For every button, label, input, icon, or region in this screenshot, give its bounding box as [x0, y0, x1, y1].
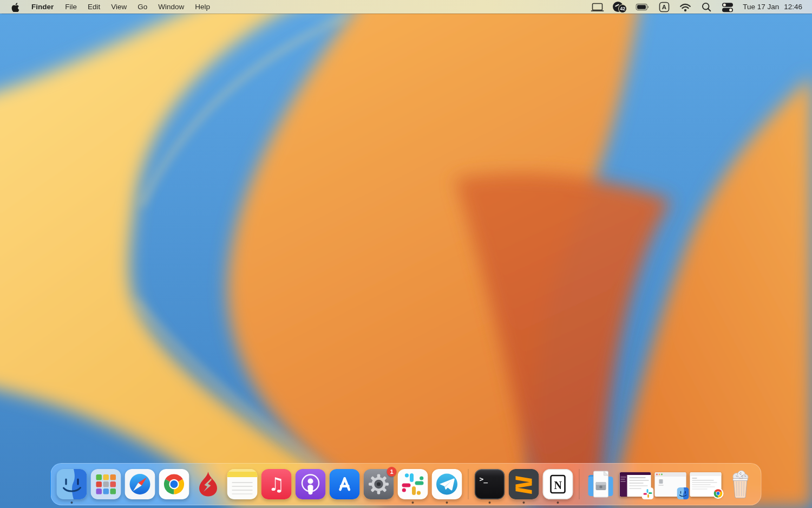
dock-item-trash[interactable]: [725, 469, 756, 499]
notes-icon: [227, 469, 258, 499]
appstore-icon: [330, 469, 360, 499]
dock-item-appstore[interactable]: [330, 469, 360, 499]
dock-item-launchpad[interactable]: [91, 469, 121, 499]
dock-item-safari[interactable]: [125, 469, 155, 499]
dock-item-slack[interactable]: [398, 469, 428, 499]
menu-item-label: Help: [195, 3, 210, 11]
menu-item-label: Window: [158, 3, 184, 11]
input-source-letter: A: [662, 4, 666, 10]
svg-text:N: N: [554, 479, 562, 491]
control-center-icon: [721, 1, 734, 13]
date-label: Tue 17 Jan: [743, 3, 779, 11]
battery-icon: [636, 1, 650, 13]
apple-menu[interactable]: [0, 0, 25, 14]
podcasts-icon: [296, 469, 326, 499]
input-source-status[interactable]: A: [654, 0, 675, 14]
menu-item-finder[interactable]: Finder: [25, 0, 60, 14]
dock-item-notion[interactable]: N: [543, 469, 573, 499]
dock-item-disk-image[interactable]: [586, 469, 616, 499]
slack-icon: [398, 469, 428, 499]
launchpad-icon: [91, 469, 121, 499]
chrome-mini-badge-icon: [712, 487, 724, 499]
dock-item-music[interactable]: ♫: [261, 469, 292, 499]
menu-bar: Finder File Edit View Go Window Help 42: [0, 0, 812, 14]
menu-item-label: Go: [137, 3, 147, 11]
finder-icon: [57, 469, 87, 499]
lightspeed-icon: [193, 469, 224, 499]
gauge-icon: 42: [613, 1, 627, 13]
dock-item-finder[interactable]: [57, 469, 87, 499]
time-label: 12:46: [784, 3, 802, 11]
notion-icon: N: [543, 469, 573, 499]
menu-item-go[interactable]: Go: [132, 0, 153, 14]
menu-item-label: View: [111, 3, 127, 11]
running-indicator: [71, 502, 73, 504]
menu-item-window[interactable]: Window: [153, 0, 189, 14]
running-indicator: [557, 502, 559, 504]
notification-badge: 1: [387, 467, 397, 477]
chrome-icon: [159, 469, 189, 499]
input-source-icon: A: [658, 1, 670, 13]
dock-item-system-settings[interactable]: 1: [364, 469, 394, 499]
music-icon: ♫: [261, 469, 292, 499]
dock: ♫: [51, 463, 762, 505]
finder-mini-badge-icon: [677, 487, 689, 499]
dock-item-podcasts[interactable]: [296, 469, 326, 499]
menu-item-file[interactable]: File: [60, 0, 82, 14]
slack-mini-badge-icon: [642, 487, 654, 499]
sublime-icon: [509, 469, 539, 499]
running-indicator: [412, 502, 414, 504]
dock-item-slack-window[interactable]: [620, 472, 651, 497]
menu-bar-status: 42 A: [586, 0, 812, 14]
search-icon: [700, 1, 712, 13]
gauge-menu-extra[interactable]: 42: [608, 0, 631, 14]
dock-divider: [579, 469, 580, 499]
control-center[interactable]: [717, 0, 738, 14]
dock-item-telegram[interactable]: [432, 469, 462, 499]
dock-item-lightspeed[interactable]: [193, 469, 224, 499]
disk-image-icon: [586, 469, 616, 499]
apple-logo-icon: [11, 2, 19, 12]
dock-item-chrome[interactable]: [159, 469, 189, 499]
terminal-icon: >_: [475, 469, 505, 499]
dock-item-chrome-window[interactable]: [690, 472, 722, 497]
wifi-status[interactable]: [675, 0, 696, 14]
svg-text:♫: ♫: [268, 473, 284, 495]
gauge-badge: 42: [618, 4, 627, 13]
running-indicator: [446, 502, 448, 504]
spotlight[interactable]: [696, 0, 717, 14]
desktop: Finder File Edit View Go Window Help 42: [0, 0, 812, 508]
running-indicator: [489, 502, 491, 504]
menu-bar-clock[interactable]: Tue 17 Jan 12:46: [738, 3, 804, 11]
menu-item-view[interactable]: View: [106, 0, 132, 14]
display-status[interactable]: [586, 0, 608, 14]
dock-item-finder-window[interactable]: [655, 472, 686, 497]
battery-status[interactable]: [631, 0, 654, 14]
dock-item-sublime[interactable]: [509, 469, 539, 499]
safari-icon: [125, 469, 155, 499]
menu-item-edit[interactable]: Edit: [82, 0, 106, 14]
menu-item-help[interactable]: Help: [189, 0, 215, 14]
running-indicator: [523, 502, 525, 504]
telegram-icon: [432, 469, 462, 499]
wifi-icon: [679, 1, 692, 13]
desktop-wallpaper: [0, 0, 812, 508]
menu-item-label: File: [65, 3, 77, 11]
menu-item-label: Edit: [88, 3, 100, 11]
display-icon: [591, 1, 604, 13]
menu-item-label: Finder: [31, 3, 54, 11]
trash-full-icon: [725, 469, 756, 499]
dock-item-notes[interactable]: [227, 469, 258, 499]
dock-divider: [468, 469, 469, 499]
svg-text:>_: >_: [480, 475, 488, 484]
dock-item-terminal[interactable]: >_: [475, 469, 505, 499]
